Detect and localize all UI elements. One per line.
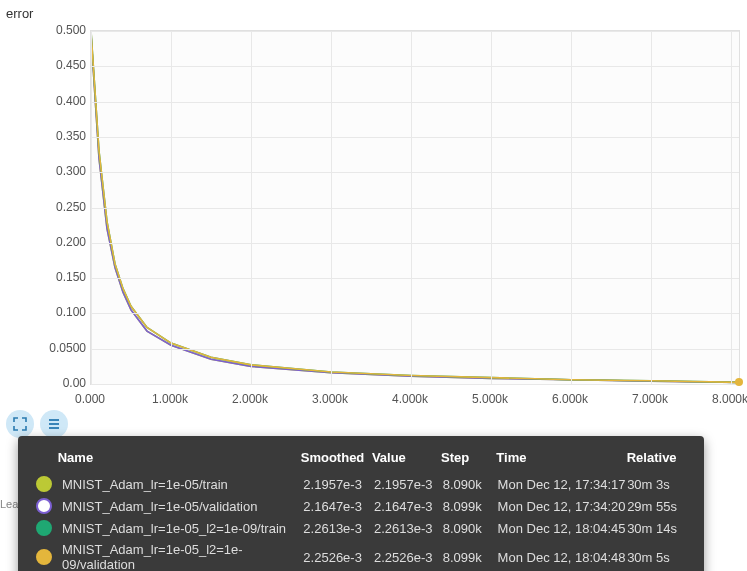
row-value: 2.1957e-3 (374, 477, 443, 492)
col-smoothed: Smoothed (301, 450, 372, 465)
row-step: 8.099k (443, 550, 498, 565)
tooltip-row[interactable]: MNIST_Adam_lr=1e-05/train2.1957e-32.1957… (36, 473, 686, 495)
row-name: MNIST_Adam_lr=1e-05_l2=1e-09/train (62, 521, 303, 536)
x-tick-label: 1.000k (152, 392, 188, 406)
x-tick-label: 0.000 (75, 392, 105, 406)
series-swatch-icon (36, 549, 52, 565)
col-relative: Relative (627, 450, 686, 465)
row-name: MNIST_Adam_lr=1e-05/validation (62, 499, 303, 514)
row-value: 2.1647e-3 (374, 499, 443, 514)
series-swatch-icon (36, 476, 52, 492)
row-relative: 30m 5s (627, 550, 686, 565)
row-smoothed: 2.1647e-3 (303, 499, 374, 514)
tooltip-row[interactable]: MNIST_Adam_lr=1e-05_l2=1e-09/train2.2613… (36, 517, 686, 539)
expand-icon[interactable] (6, 410, 34, 438)
chart-toolbar (6, 410, 68, 438)
col-value: Value (372, 450, 441, 465)
chart-title: error (6, 6, 33, 21)
y-tick-label: 0.450 (40, 58, 86, 72)
x-tick-label: 3.000k (312, 392, 348, 406)
row-time: Mon Dec 12, 17:34:20 (498, 499, 628, 514)
row-relative: 30m 14s (627, 521, 686, 536)
col-name: Name (58, 450, 301, 465)
x-tick-label: 6.000k (552, 392, 588, 406)
y-tick-label: 0.00 (40, 376, 86, 390)
y-tick-label: 0.0500 (40, 341, 86, 355)
y-tick-label: 0.100 (40, 305, 86, 319)
x-tick-label: 4.000k (392, 392, 428, 406)
y-tick-label: 0.150 (40, 270, 86, 284)
row-step: 8.099k (443, 499, 498, 514)
y-tick-label: 0.250 (40, 200, 86, 214)
series-swatch-icon (36, 498, 52, 514)
row-value: 2.2613e-3 (374, 521, 443, 536)
tooltip-row[interactable]: MNIST_Adam_lr=1e-05_l2=1e-09/validation2… (36, 539, 686, 571)
truncated-text: Lea (0, 498, 18, 510)
list-icon[interactable] (40, 410, 68, 438)
row-time: Mon Dec 12, 18:04:45 (498, 521, 628, 536)
row-value: 2.2526e-3 (374, 550, 443, 565)
row-time: Mon Dec 12, 17:34:17 (498, 477, 628, 492)
y-tick-label: 0.500 (40, 23, 86, 37)
tooltip-row[interactable]: MNIST_Adam_lr=1e-05/validation2.1647e-32… (36, 495, 686, 517)
x-tick-label: 5.000k (472, 392, 508, 406)
col-step: Step (441, 450, 496, 465)
row-step: 8.090k (443, 477, 498, 492)
row-smoothed: 2.2613e-3 (303, 521, 374, 536)
row-name: MNIST_Adam_lr=1e-05_l2=1e-09/validation (62, 542, 303, 571)
series-swatch-icon (36, 520, 52, 536)
x-tick-label: 8.000k (712, 392, 747, 406)
y-tick-label: 0.300 (40, 164, 86, 178)
row-smoothed: 2.2526e-3 (303, 550, 374, 565)
chart-plot-area[interactable] (90, 30, 740, 385)
x-tick-label: 2.000k (232, 392, 268, 406)
row-relative: 29m 55s (627, 499, 686, 514)
col-time: Time (496, 450, 626, 465)
row-relative: 30m 3s (627, 477, 686, 492)
row-step: 8.090k (443, 521, 498, 536)
y-tick-label: 0.400 (40, 94, 86, 108)
series-line[interactable] (91, 35, 739, 383)
y-tick-label: 0.350 (40, 129, 86, 143)
y-tick-label: 0.200 (40, 235, 86, 249)
row-smoothed: 2.1957e-3 (303, 477, 374, 492)
row-name: MNIST_Adam_lr=1e-05/train (62, 477, 303, 492)
row-time: Mon Dec 12, 18:04:48 (498, 550, 628, 565)
run-tooltip: Name Smoothed Value Step Time Relative M… (18, 436, 704, 571)
series-endpoint-marker (735, 378, 743, 386)
x-tick-label: 7.000k (632, 392, 668, 406)
